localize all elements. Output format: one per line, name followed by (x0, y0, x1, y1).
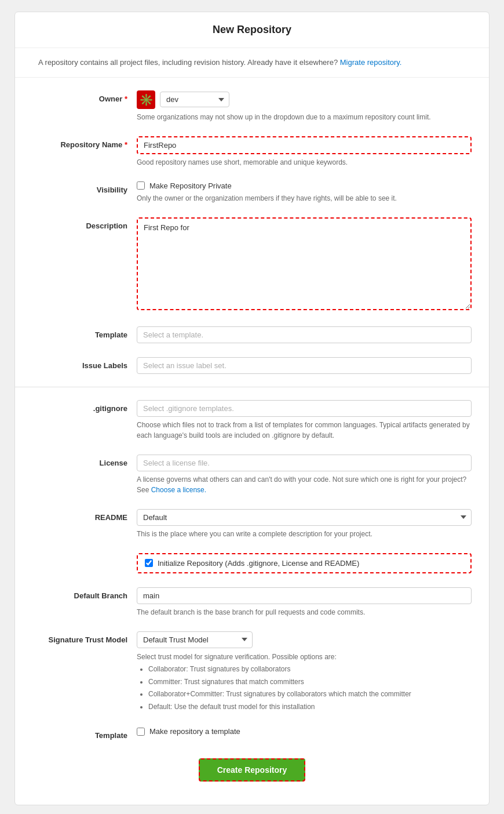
page-title: New Repository (15, 12, 489, 48)
visibility-checkbox-label: Make Repository Private (149, 181, 232, 190)
description-content: First Repo for (137, 217, 472, 312)
signature-trust-label: Signature Trust Model (32, 631, 137, 644)
trust-option-4: Default: Use the default trust model for… (148, 701, 472, 714)
template-row: Template (15, 319, 489, 350)
repo-name-label: Repository Name * (32, 136, 137, 149)
form-section: Owner * ✳️ dev Some organizations may no… (15, 78, 489, 788)
create-repository-button[interactable]: Create Repository (199, 758, 306, 782)
visibility-checkbox-row: Make Repository Private (137, 181, 472, 190)
signature-trust-row: Signature Trust Model Default Trust Mode… (15, 624, 489, 721)
issue-labels-row: Issue Labels (15, 350, 489, 381)
bottom-template-content: Make repository a template (137, 727, 472, 736)
intro-text: A repository contains all project files,… (38, 58, 338, 67)
visibility-hint: Only the owner or the organization membe… (137, 193, 472, 204)
owner-content: ✳️ dev Some organizations may not show u… (137, 90, 472, 122)
visibility-row: Visibility Make Repository Private Only … (15, 175, 489, 210)
init-repo-label: Initialize Repository (Adds .gitignore, … (158, 559, 359, 568)
gitignore-input[interactable] (137, 400, 472, 417)
trust-option-1: Collaborator: Trust signatures by collab… (148, 663, 472, 676)
visibility-content: Make Repository Private Only the owner o… (137, 181, 472, 204)
repo-name-row: Repository Name * Good repository names … (15, 129, 489, 175)
visibility-label: Visibility (32, 181, 137, 194)
gitignore-row: .gitignore Choose which files not to tra… (15, 393, 489, 448)
new-repository-form: New Repository A repository contains all… (14, 12, 490, 805)
trust-model-hint: Select trust model for signature verific… (137, 651, 472, 714)
readme-select[interactable]: Default (137, 509, 472, 526)
visibility-checkbox[interactable] (137, 181, 145, 190)
template-content (137, 326, 472, 343)
readme-hint: This is the place where you can write a … (137, 529, 472, 539)
intro-section: A repository contains all project files,… (15, 48, 489, 78)
choose-license-link[interactable]: Choose a license. (151, 486, 206, 494)
init-repo-content: Initialize Repository (Adds .gitignore, … (137, 553, 472, 573)
default-branch-hint: The default branch is the base branch fo… (137, 607, 472, 617)
template-input[interactable] (137, 326, 472, 343)
bottom-template-row: Template Make repository a template (15, 720, 489, 747)
owner-avatar: ✳️ (137, 90, 155, 109)
bottom-template-label: Template (32, 727, 137, 740)
trust-model-options-list: Collaborator: Trust signatures by collab… (137, 663, 472, 713)
template-checkbox-row: Make repository a template (137, 727, 472, 736)
create-btn-row: Create Repository (15, 758, 489, 782)
section-divider (15, 387, 489, 387)
owner-hint: Some organizations may not show up in th… (137, 112, 472, 122)
init-repo-checkbox[interactable] (145, 559, 153, 567)
issue-labels-input[interactable] (137, 357, 472, 374)
default-branch-content: The default branch is the base branch fo… (137, 587, 472, 617)
default-branch-row: Default Branch The default branch is the… (15, 580, 489, 624)
description-row: Description First Repo for (15, 210, 489, 319)
license-input[interactable] (137, 455, 472, 471)
description-label: Description (32, 217, 137, 230)
description-textarea[interactable]: First Repo for (137, 217, 472, 310)
owner-input-row: ✳️ dev (137, 90, 472, 109)
license-content: A license governs what others can and ca… (137, 455, 472, 495)
trust-option-3: Collaborator+Committer: Trust signatures… (148, 688, 472, 701)
owner-select[interactable]: dev (160, 92, 229, 107)
gitignore-hint: Choose which files not to track from a l… (137, 420, 472, 441)
license-hint: A license governs what others can and ca… (137, 474, 472, 495)
default-branch-input[interactable] (137, 587, 472, 604)
license-label: License (32, 455, 137, 467)
owner-row: Owner * ✳️ dev Some organizations may no… (15, 83, 489, 129)
template-checkbox[interactable] (137, 728, 145, 736)
migrate-repo-link[interactable]: Migrate repository. (340, 58, 402, 67)
license-row: License A license governs what others ca… (15, 448, 489, 502)
issue-labels-label: Issue Labels (32, 357, 137, 370)
default-branch-label: Default Branch (32, 587, 137, 600)
readme-content: Default This is the place where you can … (137, 509, 472, 539)
owner-label: Owner * (32, 90, 137, 103)
repo-name-hint: Good repository names use short, memorab… (137, 157, 472, 168)
trust-model-select[interactable]: Default Trust Model (137, 631, 253, 648)
trust-option-2: Committer: Trust signatures that match c… (148, 676, 472, 689)
repo-name-input[interactable] (137, 136, 472, 154)
gitignore-content: Choose which files not to track from a l… (137, 400, 472, 441)
gitignore-label: .gitignore (32, 400, 137, 413)
readme-label: README (32, 509, 137, 522)
template-label: Template (32, 326, 137, 339)
init-repo-row: Initialize Repository (Adds .gitignore, … (15, 546, 489, 580)
signature-trust-content: Default Trust Model Select trust model f… (137, 631, 472, 714)
init-checkbox-row: Initialize Repository (Adds .gitignore, … (137, 553, 472, 573)
issue-labels-content (137, 357, 472, 374)
repo-name-content: Good repository names use short, memorab… (137, 136, 472, 168)
readme-row: README Default This is the place where y… (15, 502, 489, 546)
template-checkbox-label: Make repository a template (149, 727, 240, 736)
